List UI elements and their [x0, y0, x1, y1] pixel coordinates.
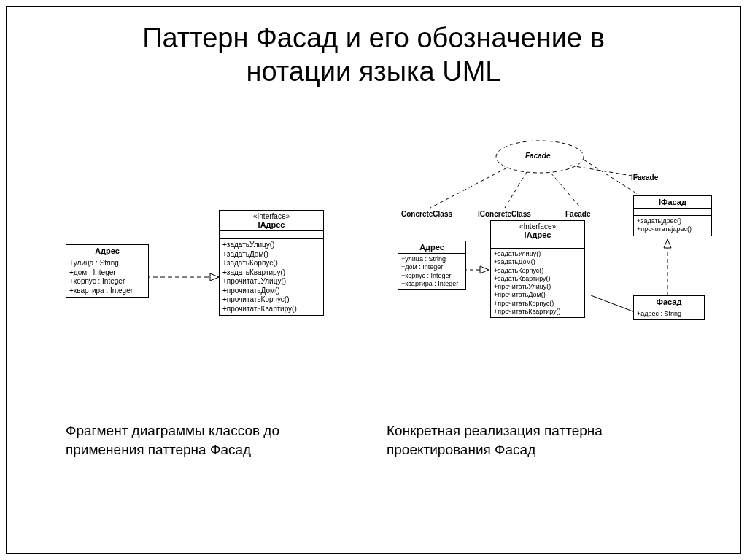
class-ifacade: IФасад +задатьjдрес() +прочитатьjдрес() — [633, 195, 712, 236]
class-attrs: +улица : String +дом : Integer +корпус :… — [66, 257, 148, 297]
class-attrs: +улица : String +дом : Integer +корпус :… — [398, 254, 465, 289]
class-ops: +задатьУлицу() +задатьДом() +задатьКорпу… — [220, 239, 323, 315]
class-iadres-left: «Interface» IАдрес +задатьУлицу() +задат… — [219, 210, 324, 316]
label-concreteclass: ConcreteClass — [401, 210, 452, 218]
label-ifacade: IFacade — [631, 174, 658, 182]
label-iconcreteclass: IConcreteClass — [478, 210, 531, 218]
page-title: Паттерн Фасад и его обозначение в нотаци… — [7, 22, 740, 88]
class-name: IАдрес — [258, 220, 285, 229]
class-ops: +задатьjдрес() +прочитатьjдрес() — [634, 216, 711, 236]
svg-line-4 — [551, 173, 581, 208]
stereotype: «Interface» — [222, 212, 320, 220]
stereotype: «Interface» — [494, 222, 581, 230]
caption-left: Фрагмент диаграммы классов до применения… — [66, 421, 336, 459]
label-facade: Facade — [565, 210, 590, 218]
svg-line-2 — [430, 168, 507, 208]
class-facade: Фасад +адрес : String — [633, 295, 705, 320]
title-line-1: Паттерн Фасад и его обозначение в — [142, 23, 605, 53]
class-iadres-right: «Interface» IАдрес +задатьУлицу() +задат… — [490, 220, 585, 318]
class-name: Фасад — [657, 298, 682, 306]
cloud-facade-label: Facade — [525, 152, 550, 160]
class-name: IФасад — [659, 198, 686, 206]
class-adres-left: Адрес +улица : String +дом : Integer +ко… — [66, 244, 149, 298]
title-line-2: нотации языка UML — [247, 56, 501, 87]
class-name: Адрес — [95, 246, 120, 255]
class-name: IАдрес — [525, 230, 551, 239]
class-attrs: +адрес : String — [634, 308, 704, 319]
class-adres-right: Адрес +улица : String +дом : Integer +ко… — [398, 241, 466, 290]
class-name: Адрес — [419, 243, 444, 252]
caption-right: Конкретная реализация паттерна проектиро… — [387, 421, 678, 459]
svg-line-3 — [505, 172, 527, 208]
svg-line-9 — [591, 295, 635, 312]
class-ops: +задатьУлицу() +задатьДом() +задатьКорпу… — [491, 249, 584, 317]
